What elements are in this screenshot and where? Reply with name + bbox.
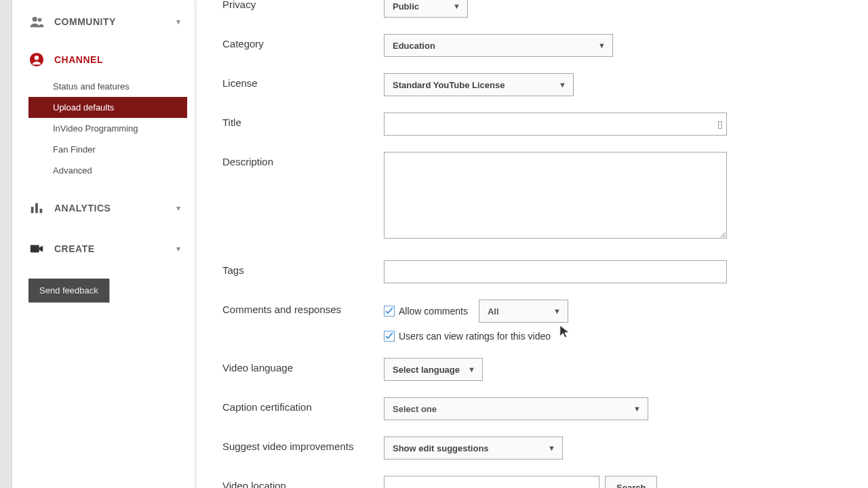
video-language-value: Select language <box>393 365 460 375</box>
chevron-down-icon: ▼ <box>461 365 475 373</box>
svg-rect-7 <box>31 245 39 253</box>
svg-rect-4 <box>31 207 34 213</box>
analytics-label: ANALYTICS <box>54 203 111 214</box>
bar-chart-icon <box>28 200 45 216</box>
privacy-value: Public <box>393 1 419 12</box>
view-ratings-checkbox[interactable] <box>384 331 395 342</box>
sidebar-item-fan-finder[interactable]: Fan Finder <box>12 139 195 160</box>
title-input[interactable] <box>384 113 727 136</box>
sidebar-item-community[interactable]: COMMUNITY ▾ <box>12 7 195 37</box>
channel-label: CHANNEL <box>54 54 103 65</box>
send-feedback-button[interactable]: Send feedback <box>28 279 109 302</box>
user-circle-icon <box>28 52 45 68</box>
svg-point-1 <box>38 18 42 22</box>
community-label: COMMUNITY <box>54 16 116 27</box>
sidebar-item-advanced[interactable]: Advanced <box>12 160 195 181</box>
license-dropdown[interactable]: Standard YouTube License ▼ <box>384 73 574 96</box>
chevron-down-icon: ▼ <box>446 2 460 10</box>
privacy-label: Privacy <box>222 0 384 10</box>
people-icon <box>28 14 45 30</box>
category-value: Education <box>393 41 435 51</box>
description-label: Description <box>222 152 384 167</box>
chevron-down-icon: ▾ <box>176 17 180 26</box>
sidebar: COMMUNITY ▾ CHANNEL Status and features … <box>12 0 195 488</box>
channel-subnav: Status and features Upload defaults InVi… <box>12 75 195 186</box>
input-end-icon: ▯ <box>717 119 723 129</box>
chevron-down-icon: ▼ <box>547 307 561 315</box>
suggest-improvements-value: Show edit suggestions <box>393 443 489 453</box>
caption-cert-label: Caption certification <box>222 397 384 413</box>
privacy-dropdown[interactable]: Public ▼ <box>384 0 468 18</box>
svg-rect-5 <box>35 203 38 214</box>
tags-input[interactable] <box>384 260 727 283</box>
suggest-improvements-label: Suggest video improvements <box>222 436 384 452</box>
license-value: Standard YouTube License <box>393 80 505 90</box>
comments-label: Comments and responses <box>222 300 384 315</box>
chevron-down-icon: ▼ <box>552 81 566 89</box>
svg-point-3 <box>35 56 39 60</box>
video-location-label: Video location <box>222 476 384 488</box>
sidebar-item-status-features[interactable]: Status and features <box>12 76 195 97</box>
chevron-down-icon: ▼ <box>627 405 641 413</box>
view-ratings-label: Users can view ratings for this video <box>399 331 551 342</box>
sidebar-item-invideo-programming[interactable]: InVideo Programming <box>12 118 195 139</box>
tags-label: Tags <box>222 260 384 276</box>
license-label: License <box>222 73 384 89</box>
comments-filter-dropdown[interactable]: All ▼ <box>479 300 568 323</box>
main-form: Privacy Public ▼ Category Education ▼ Li… <box>195 0 868 488</box>
allow-comments-label: Allow comments <box>399 306 468 317</box>
search-location-button[interactable]: Search <box>605 476 657 488</box>
title-label: Title <box>222 113 384 128</box>
suggest-improvements-dropdown[interactable]: Show edit suggestions ▼ <box>384 436 563 460</box>
sidebar-item-channel[interactable]: CHANNEL <box>12 45 195 75</box>
sidebar-item-analytics[interactable]: ANALYTICS ▾ <box>12 193 195 223</box>
video-language-dropdown[interactable]: Select language ▼ <box>384 358 483 381</box>
video-camera-icon <box>28 241 45 257</box>
category-dropdown[interactable]: Education ▼ <box>384 34 613 57</box>
create-label: CREATE <box>54 243 95 254</box>
comments-filter-value: All <box>488 306 499 317</box>
caption-cert-value: Select one <box>393 404 437 414</box>
allow-comments-checkbox[interactable] <box>384 306 395 317</box>
category-label: Category <box>222 34 384 49</box>
svg-rect-6 <box>40 209 43 213</box>
video-location-input[interactable] <box>384 476 599 488</box>
svg-point-0 <box>33 17 37 22</box>
video-language-label: Video language <box>222 358 384 373</box>
chevron-down-icon: ▾ <box>176 203 180 213</box>
chevron-down-icon: ▼ <box>541 444 555 452</box>
chevron-down-icon: ▼ <box>591 41 606 49</box>
chevron-down-icon: ▾ <box>176 244 180 253</box>
description-input[interactable] <box>384 152 727 239</box>
sidebar-item-create[interactable]: CREATE ▾ <box>12 234 195 264</box>
caption-cert-dropdown[interactable]: Select one ▼ <box>384 397 648 420</box>
sidebar-item-upload-defaults[interactable]: Upload defaults <box>28 97 187 118</box>
